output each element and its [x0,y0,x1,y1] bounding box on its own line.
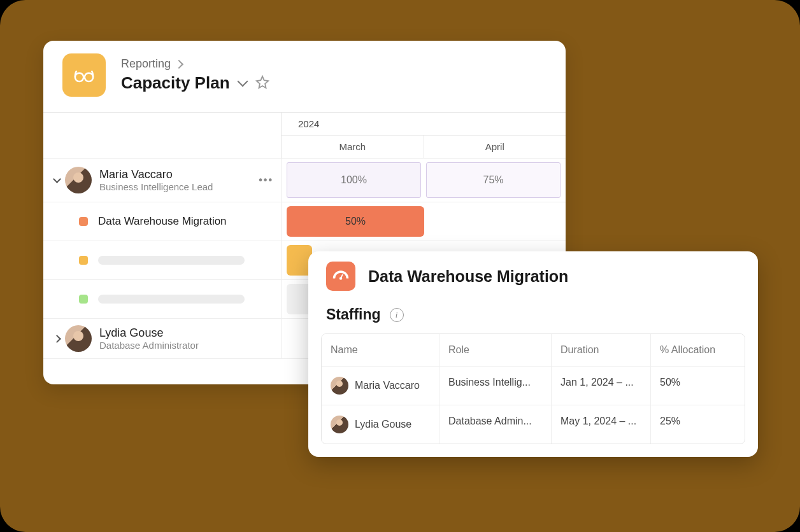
page-title: Capacity Plan [121,73,230,93]
breadcrumb-label: Reporting [121,57,171,71]
avatar [331,416,348,433]
person-role: Business Intelligence Lead [99,181,213,192]
chevron-right-icon [175,59,183,68]
project-glasses-icon [62,53,106,97]
expand-toggle[interactable] [52,334,61,343]
person-role: Database Administrator [99,340,199,351]
task-color-dot [79,295,88,304]
person-name: Maria Vaccaro [99,168,213,181]
svg-point-1 [85,73,93,81]
avatar [65,167,92,193]
cell-role: Database Admin... [439,405,551,444]
placeholder-text [98,295,245,304]
breadcrumb[interactable]: Reporting [121,57,269,71]
cell-allocation: 50% [650,367,745,405]
expand-toggle[interactable] [52,176,61,185]
chevron-right-icon [53,335,61,343]
avatar [331,377,348,395]
cell-duration: Jan 1, 2024 – ... [551,367,650,405]
task-color-dot [79,256,88,265]
star-icon[interactable] [255,75,269,92]
table-row[interactable]: Maria Vaccaro Business Intellig... Jan 1… [322,367,745,405]
col-role: Role [439,334,551,366]
avatar [65,325,92,352]
table-row[interactable]: Lydia Gouse Database Admin... May 1, 202… [322,405,745,444]
timeline-year: 2024 [282,113,566,136]
allocation-cell[interactable]: 100% [287,162,421,198]
gauge-icon [326,262,355,291]
chevron-down-icon [53,175,61,183]
month-header: April [424,136,566,158]
staffing-table: Name Role Duration % Allocation Maria Va… [321,333,745,444]
cell-role: Business Intellig... [439,367,551,405]
cell-name: Lydia Gouse [355,419,411,430]
person-row[interactable]: Maria Vaccaro Business Intelligence Lead… [43,158,566,202]
placeholder-text [98,256,245,265]
task-color-dot [79,217,88,226]
section-heading: Staffing [326,306,381,323]
project-detail-card: Data Warehouse Migration Staffing i Name… [308,251,758,457]
cell-duration: May 1, 2024 – ... [551,405,650,444]
person-name: Lydia Gouse [99,326,199,340]
info-icon[interactable]: i [390,308,404,322]
task-bar[interactable]: 50% [287,206,424,237]
project-title: Data Warehouse Migration [368,267,568,286]
col-duration: Duration [551,334,650,366]
task-row[interactable]: Data Warehouse Migration 50% [43,202,566,241]
col-name: Name [322,334,439,366]
more-menu-icon[interactable]: ••• [259,174,273,186]
svg-point-0 [75,73,83,81]
allocation-cell[interactable]: 75% [426,162,561,198]
table-header-row: Name Role Duration % Allocation [322,334,745,367]
task-label: Data Warehouse Migration [98,215,227,228]
month-header: March [282,136,424,158]
col-allocation: % Allocation [650,334,745,366]
cell-allocation: 25% [650,405,745,444]
chevron-down-icon[interactable] [237,76,248,87]
cell-name: Maria Vaccaro [355,380,420,391]
